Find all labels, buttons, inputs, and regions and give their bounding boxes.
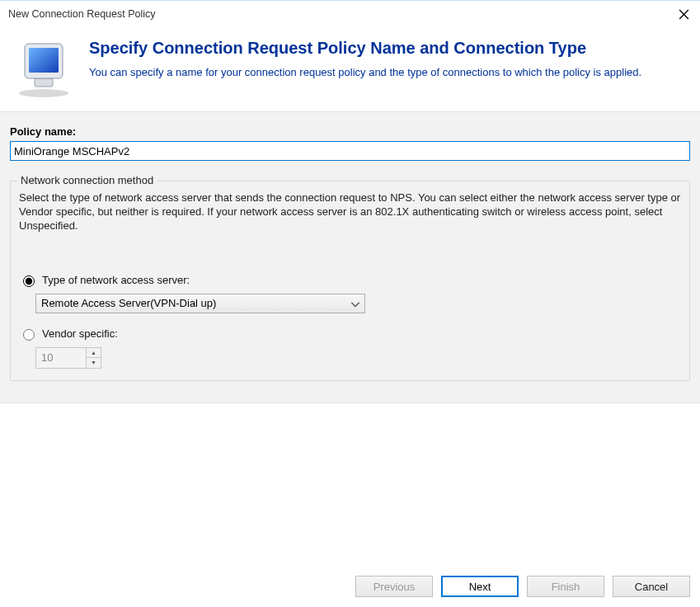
finish-button: Finish: [527, 576, 604, 597]
cancel-button[interactable]: Cancel: [613, 576, 690, 597]
header: Specify Connection Request Policy Name a…: [0, 27, 700, 111]
spinner-up-icon[interactable]: ▲: [87, 348, 101, 359]
footer-buttons: Previous Next Finish Cancel: [0, 566, 700, 607]
radio-vendor-label: Vendor specific:: [42, 327, 118, 340]
vendor-spinner: ▲ ▼: [35, 347, 101, 369]
spinner-buttons: ▲ ▼: [86, 348, 101, 368]
header-text: Specify Connection Request Policy Name a…: [89, 39, 641, 78]
network-method-fieldset: Network connection method Select the typ…: [10, 181, 690, 381]
radio-vendor-input[interactable]: [23, 329, 35, 341]
server-type-value: Remote Access Server(VPN-Dial up): [41, 297, 216, 309]
page-title: Specify Connection Request Policy Name a…: [89, 39, 641, 58]
spinner-down-icon[interactable]: ▼: [87, 358, 101, 368]
network-method-legend: Network connection method: [17, 174, 157, 186]
close-button[interactable]: [675, 6, 692, 22]
form-area: Policy name: Network connection method S…: [0, 111, 700, 403]
previous-button: Previous: [355, 576, 433, 597]
vendor-spinner-input: [36, 348, 86, 368]
svg-point-2: [19, 89, 68, 97]
svg-rect-6: [29, 48, 59, 73]
titlebar: New Connection Request Policy: [0, 1, 700, 27]
radio-type-input[interactable]: [23, 275, 35, 287]
policy-name-label: Policy name:: [10, 125, 690, 138]
dialog-window: New Connection Request Policy: [0, 0, 700, 607]
network-method-description: Select the type of network access server…: [19, 191, 681, 233]
next-button[interactable]: Next: [441, 576, 519, 597]
svg-rect-3: [35, 78, 53, 87]
close-icon: [679, 9, 689, 20]
server-type-select[interactable]: Remote Access Server(VPN-Dial up): [35, 294, 365, 313]
policy-name-input[interactable]: [10, 141, 690, 161]
radio-type-label: Type of network access server:: [42, 274, 190, 286]
policy-icon: [13, 39, 74, 100]
radio-vendor-specific[interactable]: Vendor specific:: [19, 327, 681, 341]
window-title: New Connection Request Policy: [8, 8, 156, 20]
radio-type-of-server[interactable]: Type of network access server:: [19, 273, 681, 287]
chevron-down-icon: [351, 297, 359, 309]
page-subtitle: You can specify a name for your connecti…: [89, 66, 641, 78]
